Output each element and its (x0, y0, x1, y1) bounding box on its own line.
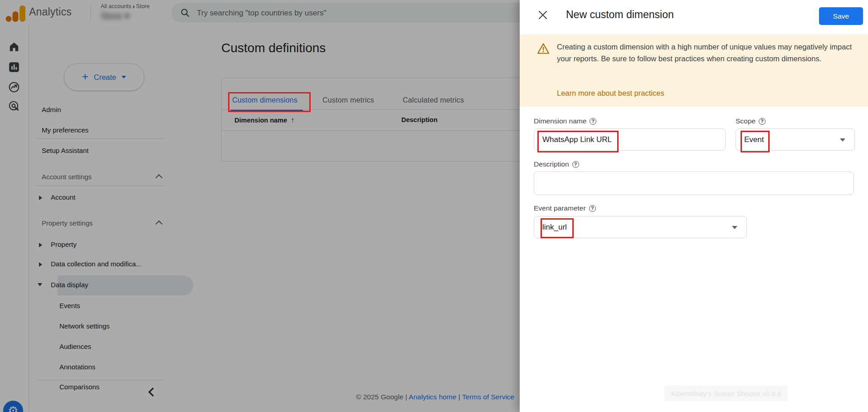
scope-label: Scope? (736, 117, 766, 125)
event-parameter-label: Event parameter? (534, 204, 596, 212)
annotation-box-scope-value (741, 131, 770, 152)
best-practices-link[interactable]: Learn more about best practices (557, 89, 664, 98)
dropdown-caret-icon (732, 226, 737, 229)
description-input[interactable] (534, 172, 853, 195)
close-icon[interactable] (538, 10, 548, 20)
screenshot-tool-watermark: KiberInfinity's Screen Shooter v0.8.8 (664, 386, 788, 401)
warning-text: Creating a custom dimension with a high … (557, 41, 854, 64)
warning-icon (537, 43, 550, 54)
panel-title: New custom dimension (566, 9, 674, 21)
annotation-box-event-parameter-value (541, 218, 574, 238)
description-field[interactable] (534, 172, 854, 195)
dropdown-caret-icon (840, 138, 845, 142)
dimension-name-label: Dimension name? (534, 117, 596, 125)
help-icon[interactable]: ? (759, 118, 766, 125)
new-custom-dimension-panel: New custom dimension Save Creating a cus… (520, 0, 868, 412)
help-icon[interactable]: ? (589, 205, 596, 212)
save-button[interactable]: Save (819, 7, 863, 25)
help-icon[interactable]: ? (572, 161, 579, 168)
help-icon[interactable]: ? (590, 118, 596, 125)
warning-banner: Creating a custom dimension with a high … (520, 34, 868, 107)
description-label: Description? (534, 160, 579, 168)
annotation-box-custom-dimensions-tab (228, 92, 311, 112)
annotation-box-dimension-name-value (537, 131, 619, 152)
